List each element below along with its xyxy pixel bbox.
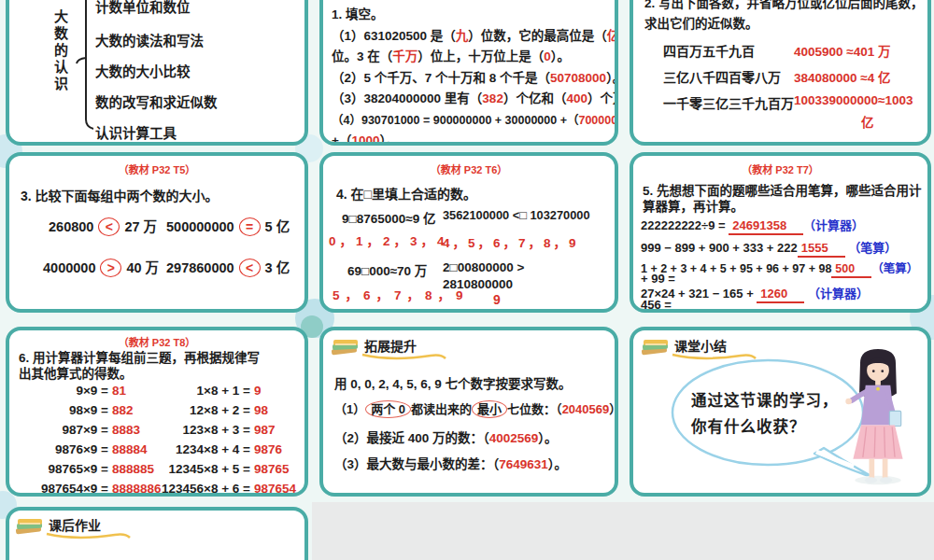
equation: 456 = [641, 298, 672, 312]
equation: 27×24 + 321 − 165 + 1260 （计算器） [641, 284, 869, 301]
question-line: （4）930701000 = 900000000 + 30000000 +（70… [332, 110, 615, 132]
question-line: （2）最接近 400 万的数：（4002569）。 [334, 427, 558, 446]
question-intro: 用 0, 0, 2, 4, 5, 6, 9 七个数字按要求写数。 [334, 373, 572, 392]
map-item: 大数的读法和写法 [95, 30, 204, 49]
equation: 987654×9 = [15, 482, 108, 496]
textbook-tag: （教材 P32 T6） [323, 161, 615, 176]
panel-patterns: （教材 P32 T8） 6. 用计算器计算每组前三题，再根据规律写 出其他算式的… [6, 327, 308, 497]
question-line: 位。3 在（千万）位上，十万位上是（0）。 [332, 47, 615, 68]
answer: 8888886 [112, 482, 162, 496]
answer: 9 [493, 292, 501, 307]
answer: 500 [831, 262, 871, 278]
method-label: （笔算） [848, 241, 897, 255]
equation: 12345×8 + 5 = [157, 462, 250, 476]
question-line-clipped: 2. 写出下面各数，并省略万位或亿位后面的尾数， [644, 0, 924, 11]
answer: 7649631 [499, 457, 548, 471]
swoosh-underline [45, 531, 131, 540]
cn-number: 三亿八千四百零八万 [663, 67, 781, 86]
compare-pair: 260800<27 万 [49, 216, 157, 236]
question-line: （1）两个 0都读出来的最小七位数：（2040569）。 [334, 399, 618, 417]
box-question: 9□8765000≈9 亿 [342, 208, 435, 227]
textbook-tag: （教材 P32 T7） [633, 161, 927, 176]
answer: 882 [112, 403, 134, 417]
answer: 4005900 ≈401 万 [794, 41, 891, 60]
badge-label: 课后作业 [49, 515, 101, 534]
method-label: （笔算） [871, 262, 918, 275]
equation: 987×9 = [15, 423, 108, 437]
books-icon [15, 515, 45, 536]
comparison-symbol: < [98, 217, 120, 236]
panel-concept-map: 大数的认识 计数单位和数位 大数的读法和写法 大数的大小比较 数的改写和求近似数… [6, 0, 308, 146]
method-label: （计算器） [808, 287, 869, 301]
brace-connector [75, 0, 95, 138]
map-item: 认识计算工具 [95, 122, 177, 142]
answer: 987654 [254, 482, 296, 496]
map-item: 大数的大小比较 [95, 61, 191, 80]
question-line: （1）631020500 是（九）位数，它的最高位是（亿） [332, 26, 615, 48]
answer: 88884 [112, 442, 148, 456]
answer: 9 [254, 384, 262, 398]
section-badge: 拓展提升 [331, 336, 417, 357]
panel-extension: 拓展提升 用 0, 0, 2, 4, 5, 6, 9 七个数字按要求写数。 （1… [319, 327, 618, 497]
slide-canvas: 大数的认识 计数单位和数位 大数的读法和写法 大数的大小比较 数的改写和求近似数… [0, 0, 934, 560]
equation: 123456×8 + 6 = [157, 482, 250, 496]
answer: 81 [112, 384, 126, 398]
question-title: 算器算，再计算。 [643, 196, 743, 215]
equation: 222222222÷9 = 24691358（计算器） [641, 216, 864, 233]
red-circle-annotation: 最小 [472, 400, 507, 418]
answer: 98765 [254, 462, 290, 476]
answer: 0，1，2，3，4 [329, 231, 448, 249]
panel-calc-choice: （教材 P32 T7） 5. 先想想下面的题哪些适合用笔算，哪些适合用计 算器算… [630, 152, 931, 313]
badge-label: 课堂小结 [674, 336, 727, 355]
answer: 98 [254, 403, 268, 417]
map-item: 数的改写和求近似数 [95, 91, 218, 111]
compare-pair: 297860000<3 亿 [166, 257, 290, 277]
answer: 9876 [254, 442, 282, 456]
panel-fill-blanks: 1. 填空。 （1）631020500 是（九）位数，它的最高位是（亿） 位。3… [319, 0, 618, 146]
bubble-text: 通过这节课的学习， [691, 388, 839, 411]
map-item: 计数单位和数位 [95, 0, 191, 16]
question-title: 4. 在□里填上合适的数。 [336, 184, 476, 203]
question-title: 3. 比较下面每组中两个数的大小。 [21, 186, 219, 204]
equation: 9876×9 = [15, 442, 108, 456]
answer: 888885 [112, 462, 154, 476]
section-badge: 课堂小结 [641, 336, 727, 357]
answer: 1260 [757, 287, 804, 303]
question-line: 求出它们的近似数。 [644, 13, 758, 32]
textbook-tag: （教材 P32 T5） [9, 161, 304, 176]
answer: 8883 [112, 423, 140, 437]
answer: 0 [544, 49, 551, 63]
answer: 千万 [392, 49, 417, 63]
panel-rounding: 2. 写出下面各数，并省略万位或亿位后面的尾数， 求出它们的近似数。 四百万五千… [630, 0, 931, 146]
answer: 亿 [607, 29, 618, 43]
panel-fill-boxes: （教材 P32 T6） 4. 在□里填上合适的数。 9□8765000≈9 亿 … [319, 152, 618, 313]
answer: 700000 [578, 114, 617, 127]
compare-pair: 500000000=5 亿 [166, 216, 290, 236]
question-line: （3）38204000000 里有（382）个亿和（400）个万。 [332, 89, 615, 110]
comparison-symbol: > [100, 259, 121, 277]
cn-number: 四百万五千九百 [663, 41, 755, 60]
comparison-symbol: < [239, 259, 261, 277]
compare-pair: 4000000>40 万 [43, 257, 159, 277]
map-title: 大数的认识 [50, 9, 70, 93]
answer: 4002569 [489, 431, 539, 445]
equation: 1×8 + 1 = [157, 384, 250, 398]
red-circle-annotation: 两个 0 [365, 400, 411, 418]
letterbox-area [312, 502, 934, 560]
swoosh-underline [361, 352, 446, 361]
answer: 2040569 [562, 402, 610, 416]
answer: 1000 [351, 133, 379, 146]
answer: 1555 [798, 241, 845, 258]
books-icon [641, 336, 671, 357]
teacher-illustration [838, 347, 918, 489]
answer: 24691358 [729, 218, 803, 235]
equation: 98765×9 = [15, 462, 108, 476]
section-badge: 课后作业 [15, 515, 101, 536]
equation: 999 − 899 + 900 + 333 + 2221555 （笔算） [641, 238, 897, 256]
panel-compare: （教材 P32 T5） 3. 比较下面每组中两个数的大小。 260800<27 … [6, 152, 308, 313]
equation: 9×9 = [15, 384, 108, 398]
answer: 384080000 ≈4 亿 [794, 67, 891, 86]
equation: 1 + 2 + 3 + 4 + 5 + 95 + 96 + 97 + 98500… [641, 259, 918, 276]
comparison-symbol: = [239, 217, 261, 236]
books-icon [331, 336, 361, 357]
